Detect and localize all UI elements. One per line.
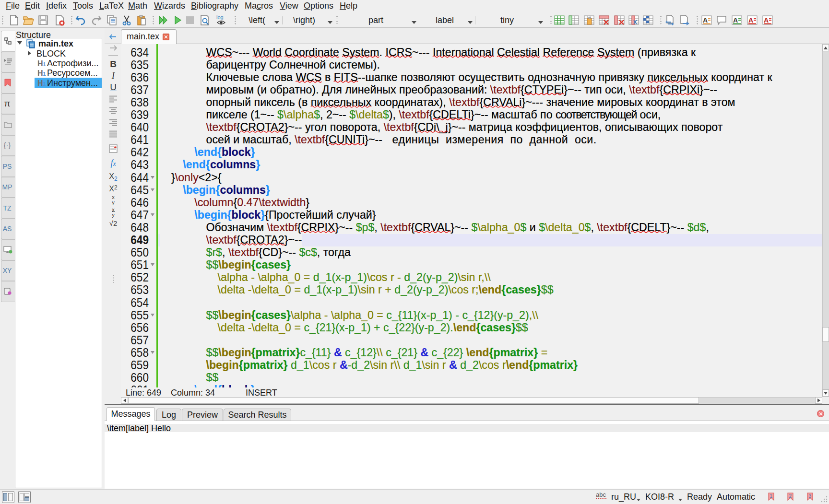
svg-text:A: A — [733, 16, 738, 24]
svg-text:1: 1 — [770, 493, 772, 499]
svg-text:2: 2 — [789, 493, 792, 499]
svg-text:A: A — [764, 16, 769, 24]
svg-text:log: log — [216, 14, 224, 20]
svg-text:3: 3 — [808, 493, 811, 499]
svg-text:A: A — [748, 16, 753, 24]
svg-text:A: A — [703, 16, 708, 24]
